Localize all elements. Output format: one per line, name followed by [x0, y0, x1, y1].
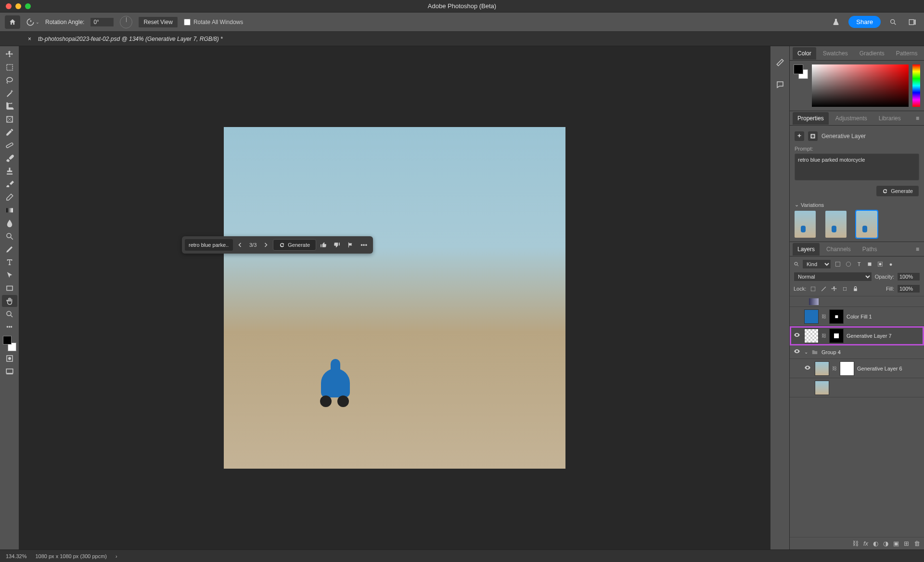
- layer-name[interactable]: Color Fill 1: [847, 314, 872, 319]
- layer-mask-thumbnail[interactable]: [840, 361, 854, 376]
- tab-patterns[interactable]: Patterns: [891, 47, 923, 60]
- layer-row-selected[interactable]: ⛓ Generative Layer 7: [790, 326, 924, 345]
- fill-input[interactable]: [897, 284, 920, 293]
- collapsed-panel-2[interactable]: [773, 78, 787, 91]
- layer-thumbnail[interactable]: [804, 329, 819, 343]
- filter-pixel-icon[interactable]: [834, 260, 842, 268]
- rectangle-tool[interactable]: [2, 282, 17, 294]
- generative-prompt-input[interactable]: [185, 239, 233, 251]
- link-layers-button[interactable]: ⛓: [852, 540, 859, 547]
- tab-gradients[interactable]: Gradients: [855, 47, 889, 60]
- zoom-tool[interactable]: [2, 308, 17, 320]
- history-brush-tool[interactable]: [2, 178, 17, 190]
- layer-link-icon[interactable]: ⛓: [821, 314, 826, 319]
- variation-thumb-2[interactable]: [825, 211, 847, 238]
- prev-variation-button[interactable]: [234, 239, 246, 251]
- delete-layer-button[interactable]: 🗑: [914, 540, 920, 547]
- filter-smart-icon[interactable]: [876, 260, 884, 268]
- gradient-tool[interactable]: [2, 204, 17, 216]
- blend-mode-select[interactable]: Normal: [794, 272, 872, 281]
- layer-thumbnail[interactable]: [815, 361, 829, 376]
- screen-mode-toggle[interactable]: [2, 365, 17, 377]
- layer-row[interactable]: ⛓ ■ Color Fill 1: [790, 307, 924, 326]
- pen-tool[interactable]: [2, 243, 17, 255]
- frame-tool[interactable]: [2, 113, 17, 125]
- eyedropper-tool[interactable]: [2, 126, 17, 138]
- lasso-tool[interactable]: [2, 74, 17, 86]
- thumbs-up-button[interactable]: [317, 239, 330, 251]
- path-selection-tool[interactable]: [2, 269, 17, 281]
- eraser-tool[interactable]: [2, 191, 17, 203]
- tab-adjustments[interactable]: Adjustments: [831, 112, 872, 125]
- layer-group-row[interactable]: ⌄ Group 4: [790, 345, 924, 359]
- edit-toolbar[interactable]: •••: [2, 321, 17, 333]
- brush-tool[interactable]: [2, 152, 17, 164]
- tab-swatches[interactable]: Swatches: [818, 47, 853, 60]
- foreground-background-colors[interactable]: [2, 336, 17, 351]
- lock-position-button[interactable]: [830, 285, 838, 293]
- lock-transparent-button[interactable]: [809, 285, 817, 293]
- dodge-tool[interactable]: [2, 230, 17, 242]
- share-button[interactable]: Share: [848, 16, 881, 28]
- variations-header[interactable]: ⌄ Variations: [795, 202, 919, 208]
- rotate-all-windows-checkbox[interactable]: Rotate All Windows: [184, 19, 243, 26]
- close-tab-button[interactable]: ×: [28, 36, 31, 42]
- color-swatch-pair[interactable]: [794, 64, 808, 79]
- thumbs-down-button[interactable]: [331, 239, 343, 251]
- color-field[interactable]: [812, 64, 909, 107]
- reset-view-button[interactable]: Reset View: [138, 16, 178, 28]
- move-tool[interactable]: [2, 48, 17, 60]
- layer-mask-thumbnail[interactable]: [829, 329, 844, 343]
- variation-thumb-1[interactable]: [795, 211, 816, 238]
- lock-image-button[interactable]: [820, 285, 827, 293]
- layer-link-icon[interactable]: ⛓: [821, 333, 826, 338]
- document-tab[interactable]: × tb-photoshopai2023-feat-02.psd @ 134% …: [22, 32, 229, 46]
- new-group-button[interactable]: ▣: [893, 540, 899, 547]
- healing-brush-tool[interactable]: [2, 139, 17, 151]
- quick-mask-toggle[interactable]: [2, 352, 17, 364]
- collapsed-panel-1[interactable]: [773, 56, 787, 69]
- type-tool[interactable]: [2, 256, 17, 268]
- lock-artboard-button[interactable]: [841, 285, 848, 293]
- prompt-textarea[interactable]: retro blue parked motorcycle: [795, 153, 919, 180]
- quick-selection-tool[interactable]: [2, 87, 17, 99]
- workspace-switcher[interactable]: [906, 15, 919, 29]
- tab-layers[interactable]: Layers: [793, 243, 820, 255]
- beaker-button[interactable]: [829, 15, 843, 29]
- layer-style-button[interactable]: fx: [863, 540, 868, 547]
- clone-stamp-tool[interactable]: [2, 165, 17, 177]
- layer-link-icon[interactable]: ⛓: [832, 366, 837, 371]
- zoom-level[interactable]: 134.32%: [6, 553, 26, 559]
- blur-tool[interactable]: [2, 217, 17, 229]
- layer-name[interactable]: Generative Layer 7: [847, 333, 892, 339]
- new-layer-button[interactable]: ⊞: [904, 540, 909, 547]
- tab-color[interactable]: Color: [793, 47, 816, 60]
- layer-row[interactable]: ⛓ Generative Layer 6: [790, 359, 924, 378]
- filter-adjustment-icon[interactable]: [845, 260, 852, 268]
- lock-all-button[interactable]: [851, 285, 859, 293]
- tab-paths[interactable]: Paths: [858, 243, 882, 255]
- maximize-window-button[interactable]: [25, 3, 31, 9]
- search-button[interactable]: [886, 15, 900, 29]
- tool-preset-picker[interactable]: ⌄: [26, 15, 39, 29]
- chevron-down-icon[interactable]: ⌄: [804, 349, 808, 355]
- visibility-toggle[interactable]: [803, 364, 812, 372]
- layers-panel-menu[interactable]: ≡: [914, 246, 921, 253]
- minimize-window-button[interactable]: [15, 3, 21, 9]
- rotate-all-checkbox-input[interactable]: [184, 19, 191, 26]
- layer-row[interactable]: [790, 296, 924, 307]
- layer-mask-thumbnail[interactable]: ■: [829, 309, 844, 324]
- filter-type-icon[interactable]: T: [855, 260, 863, 268]
- generate-button[interactable]: Generate: [273, 239, 316, 251]
- properties-panel-menu[interactable]: ≡: [914, 115, 921, 122]
- adjustment-layer-button[interactable]: ◑: [883, 540, 888, 547]
- opacity-input[interactable]: [897, 272, 920, 281]
- layer-row[interactable]: [790, 378, 924, 397]
- properties-generate-button[interactable]: Generate: [876, 185, 919, 197]
- hue-slider[interactable]: [912, 64, 920, 107]
- layer-filter-select[interactable]: Kind: [802, 259, 831, 269]
- variation-thumb-3[interactable]: [856, 211, 877, 238]
- marquee-tool[interactable]: [2, 61, 17, 73]
- tab-channels[interactable]: Channels: [821, 243, 856, 255]
- layer-name[interactable]: Group 4: [821, 349, 841, 355]
